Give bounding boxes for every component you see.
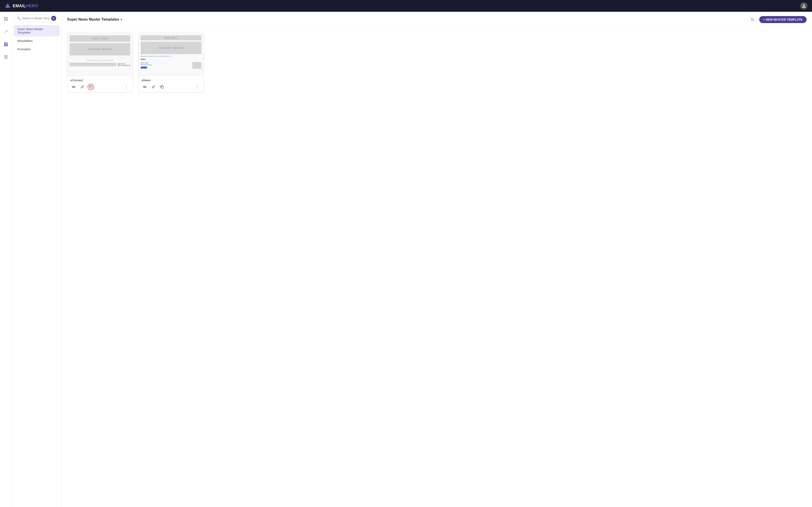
icon-sidebar (0, 12, 12, 507)
app-logo: EMAILHERO (5, 3, 38, 9)
preview-news-content-row: {{this.title}} {{this.description}} (141, 62, 201, 69)
sidebar-icon-templates[interactable] (2, 40, 10, 48)
left-sidebar: 🔍 + Super News Master Templates Newslett… (12, 12, 62, 507)
svg-rect-6 (6, 19, 8, 21)
new-master-template-button[interactable]: + NEW MASTER TEMPLATE (759, 16, 807, 23)
logo-hero-text: HERO (26, 4, 38, 8)
preview-sponsor-text: A MESSAGE FROM OUR SPONSOR (69, 59, 130, 61)
preview-header-image-block: HEADER IMAGE (69, 43, 130, 55)
sidebar-item-super-news[interactable]: Super News Master Templates (14, 25, 60, 37)
content-header-actions: + NEW MASTER TEMPLATE (748, 15, 807, 23)
search-input[interactable] (22, 17, 50, 20)
user-avatar[interactable] (800, 2, 807, 9)
card-preview-econnect: HUGE LOGO HEADER IMAGE A MESSAGE FROM OU… (67, 33, 133, 76)
logo-email-text: EMAIL (13, 4, 26, 8)
svg-rect-12 (4, 57, 8, 58)
preview-title-placeholder: {{this.title}} {{this.description}} (117, 63, 130, 66)
view-button-enews[interactable] (142, 84, 148, 90)
page-title: Super News Master Templates (67, 17, 119, 21)
svg-rect-4 (6, 17, 8, 19)
preview-news-label: NEWS (141, 58, 201, 61)
view-button[interactable] (70, 84, 77, 90)
card-name-enews: eNews (142, 78, 201, 82)
svg-rect-11 (4, 56, 8, 57)
copy-button[interactable] (88, 84, 94, 90)
svg-point-2 (803, 4, 805, 6)
svg-rect-3 (4, 17, 6, 19)
svg-point-18 (144, 86, 145, 88)
card-footer-enews: eNews ⋮ (139, 76, 204, 92)
template-grid: HUGE LOGO HEADER IMAGE A MESSAGE FROM OU… (62, 27, 812, 98)
svg-point-16 (73, 86, 74, 88)
preview-header-image-block-2: HEADER IMAGE (141, 42, 201, 54)
search-icon: 🔍 (17, 17, 20, 20)
sidebar-item-promotion[interactable]: Promotion (14, 45, 60, 53)
add-template-button[interactable]: + (51, 16, 56, 21)
preview-text-col: {{this.title}} {{this.description}} (141, 62, 191, 69)
preview-logo-block: HUGE LOGO (69, 35, 130, 42)
svg-rect-8 (4, 44, 6, 46)
svg-rect-9 (6, 44, 8, 46)
preview-cta-block (141, 66, 147, 69)
preview-content-row: {{this.title}} {{this.description}} (69, 63, 130, 66)
sidebar-icon-grid[interactable] (2, 53, 10, 61)
svg-rect-13 (4, 59, 8, 59)
title-dropdown-arrow[interactable]: ▾ (120, 18, 122, 21)
card-action-icons (70, 84, 94, 90)
logo-icon (5, 3, 11, 9)
svg-line-15 (753, 20, 754, 21)
preview-img-col (192, 62, 201, 69)
preview-small-block (69, 63, 116, 66)
search-bar: 🔍 + (14, 14, 59, 22)
preview-title-blue: {{this.title}} (141, 62, 191, 64)
preview-subscribe-text: Subscribe to Magazine | www.supernewscon… (141, 55, 201, 57)
template-card-enews: Wide AD 1 HEADER IMAGE Subscribe to Maga… (138, 33, 204, 93)
main-layout: 🔍 + Super News Master Templates Newslett… (0, 12, 812, 507)
preview-wide-ad-block: Wide AD 1 (141, 35, 201, 40)
card-preview-enews: Wide AD 1 HEADER IMAGE Subscribe to Maga… (139, 33, 204, 76)
template-card-econnect: HUGE LOGO HEADER IMAGE A MESSAGE FROM OU… (67, 33, 133, 93)
svg-rect-5 (4, 19, 6, 21)
svg-rect-19 (161, 86, 163, 88)
card-actions-enews: ⋮ (142, 84, 201, 90)
edit-button[interactable] (79, 84, 86, 90)
card-actions-econnect: ⋮ (70, 84, 130, 90)
sidebar-item-newsletters[interactable]: Newsletters (14, 37, 60, 45)
copy-button-enews[interactable] (159, 84, 165, 90)
svg-rect-10 (4, 55, 8, 56)
breadcrumb-title: Super News Master Templates ▾ (67, 17, 122, 21)
content-header: Super News Master Templates ▾ + NEW MAST… (62, 12, 812, 27)
more-options-button-enews[interactable]: ⋮ (194, 84, 201, 90)
top-navbar: EMAILHERO (0, 0, 812, 12)
search-button[interactable] (748, 15, 757, 23)
more-options-button[interactable]: ⋮ (123, 84, 130, 90)
sidebar-icon-dashboard[interactable] (2, 15, 10, 23)
sidebar-icon-tools[interactable] (2, 27, 10, 36)
svg-rect-7 (4, 43, 8, 44)
svg-rect-17 (90, 86, 92, 88)
card-name-econnect: eConnect (70, 78, 130, 82)
edit-button-enews[interactable] (150, 84, 157, 90)
card-footer-econnect: eConnect ⋮ (67, 76, 133, 92)
main-content: Super News Master Templates ▾ + NEW MAST… (62, 12, 812, 507)
preview-desc: {{this.description}} (141, 64, 191, 65)
card-action-icons-enews (142, 84, 165, 90)
